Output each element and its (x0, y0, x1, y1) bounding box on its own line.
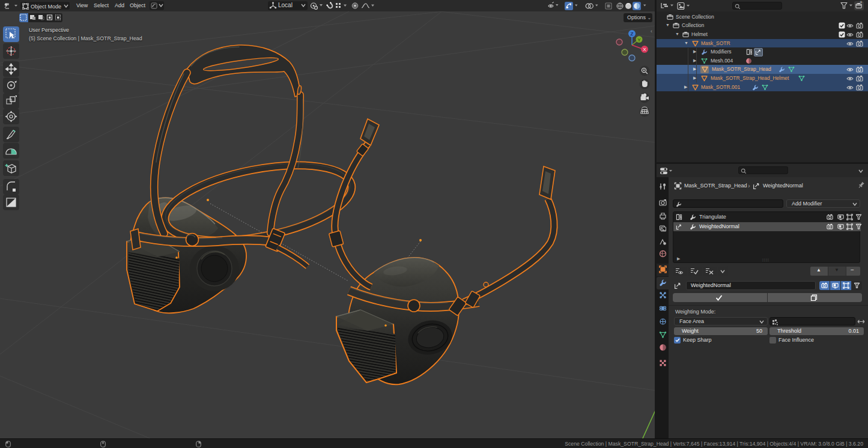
svg-text:Y: Y (637, 37, 641, 43)
svg-text:X: X (643, 47, 646, 52)
svg-text:Z: Z (631, 31, 634, 37)
